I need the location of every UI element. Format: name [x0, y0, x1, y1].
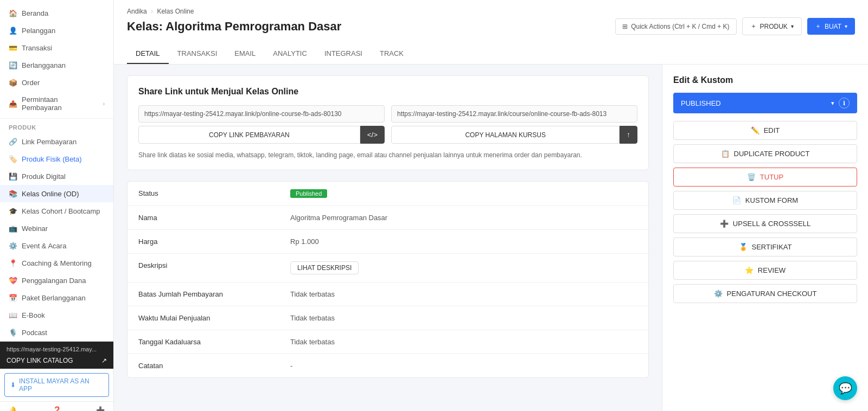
table-row: Nama Algoritma Pemrograman Dasar: [127, 206, 648, 230]
share-icon-button[interactable]: ↑: [620, 126, 637, 144]
sidebar-item-webinar[interactable]: 📺 Webinar: [0, 220, 113, 237]
tab-track[interactable]: TRACK: [371, 44, 412, 64]
help-icon[interactable]: ❓: [53, 406, 61, 411]
page-title: Kelas: Algoritma Pemrograman Dasar: [127, 20, 341, 34]
copy-halaman-kursus-button[interactable]: COPY HALAMAN KURSUS: [391, 126, 620, 144]
quick-actions-button[interactable]: ⊞ Quick Actions (Ctrl + K / Cmd + K): [615, 18, 736, 35]
tutup-button[interactable]: 🗑️ TUTUP: [673, 168, 857, 187]
edit-button[interactable]: ✏️ EDIT: [673, 121, 857, 140]
add-icon[interactable]: ➕: [96, 406, 105, 411]
plus-icon: ＋: [750, 22, 757, 31]
plus-circle-icon: ➕: [720, 220, 729, 228]
sidebar-item-order[interactable]: 📦 Order: [0, 74, 113, 91]
event-icon: ⚙️: [9, 241, 17, 250]
kustom-form-button[interactable]: 📄 KUSTOM FORM: [673, 191, 857, 210]
grid-icon: ⊞: [622, 23, 628, 30]
page-header: Andika › Kelas Online Kelas: Algoritma P…: [114, 0, 868, 65]
copy-link-pembayaran-button[interactable]: COPY LINK PEMBAYARAN: [138, 126, 360, 144]
link-row: https://mayar-testing-25412.mayar.link/p…: [138, 105, 637, 144]
published-bar[interactable]: PUBLISHED ▾ ℹ: [673, 93, 857, 113]
info-icon: ℹ: [839, 98, 850, 108]
tab-transaksi[interactable]: TRANSAKSI: [169, 44, 226, 64]
sidebar: 🏠 Beranda 👤 Pelanggan 💳 Transaksi 🔄 Berl…: [0, 0, 114, 411]
pengaturan-checkout-button[interactable]: ⚙️ PENGATURAN CHECKOUT: [673, 284, 857, 303]
install-app-button[interactable]: ⬇ INSTALL MAYAR AS AN APP: [4, 373, 109, 397]
subscription-icon: 🔄: [9, 61, 17, 69]
status-badge: Published: [290, 189, 327, 198]
duplicate-product-button[interactable]: 📋 DUPLICATE PRODUCT: [673, 144, 857, 163]
review-button[interactable]: ⭐ REVIEW: [673, 261, 857, 280]
digital-icon: 💾: [9, 172, 17, 181]
row-value-status: Published: [279, 182, 648, 206]
chat-bubble[interactable]: 💬: [833, 376, 857, 400]
table-row: Catatan -: [127, 354, 648, 377]
sidebar-item-pelanggan[interactable]: 👤 Pelanggan: [0, 22, 113, 39]
row-label-batas: Batas Jumlah Pembayaran: [127, 282, 279, 306]
sidebar-item-beranda[interactable]: 🏠 Beranda: [0, 4, 113, 22]
package-icon: 📅: [9, 293, 17, 302]
table-row: Harga Rp 1.000: [127, 230, 648, 254]
detail-table: Status Published Nama Algoritma Pemrogra…: [127, 181, 649, 378]
upsell-crosssell-button[interactable]: ➕ UPSELL & CROSSSELL: [673, 214, 857, 233]
user-icon: 👤: [9, 26, 17, 35]
produk-button[interactable]: ＋ PRODUK ▾: [742, 17, 802, 35]
copy-btn-row-1: COPY LINK PEMBAYARAN </>: [138, 126, 385, 144]
sidebar-item-transaksi[interactable]: 💳 Transaksi: [0, 39, 113, 56]
coaching-icon: 📍: [9, 259, 17, 267]
podcast-icon: 🎙️: [9, 328, 17, 337]
table-row: Batas Jumlah Pembayaran Tidak terbatas: [127, 282, 648, 306]
copy-link-catalog-button[interactable]: COPY LINK CATALOG ↗: [0, 357, 113, 369]
sidebar-item-produk-digital[interactable]: 💾 Produk Digital: [0, 168, 113, 185]
sidebar-item-ebook[interactable]: 📖 E-Book: [0, 306, 113, 324]
row-label-harga: Harga: [127, 230, 279, 253]
breadcrumb: Andika › Kelas Online: [127, 8, 855, 15]
bell-icon[interactable]: 🔔: [9, 406, 17, 411]
row-value-nama: Algoritma Pemrograman Dasar: [279, 206, 648, 229]
table-row: Tanggal Kadaluarsa Tidak terbatas: [127, 330, 648, 354]
tag-icon: 🏷️: [9, 155, 17, 163]
table-row: Deskripsi LIHAT DESKRIPSI: [127, 254, 648, 282]
sidebar-item-link-pembayaran[interactable]: 🔗 Link Pembayaran: [0, 133, 113, 150]
buat-button[interactable]: ＋ BUAT ▾: [807, 18, 855, 35]
row-value-catatan: -: [279, 354, 648, 377]
book-icon: 📚: [9, 189, 17, 198]
course-page-url: https://mayar-testing-25412.mayar.link/c…: [391, 105, 637, 123]
sidebar-item-kelas-cohort[interactable]: 🎓 Kelas Cohort / Bootcamp: [0, 202, 113, 220]
order-icon: 📦: [9, 78, 17, 87]
tab-analytic[interactable]: ANALYTIC: [264, 44, 316, 64]
sertifikat-button[interactable]: 🏅 SERTIFIKAT: [673, 237, 857, 256]
sidebar-item-event[interactable]: ⚙️ Event & Acara: [0, 237, 113, 254]
published-label: PUBLISHED: [681, 99, 721, 107]
gear-icon: ⚙️: [714, 290, 723, 298]
tab-bar: DETAIL TRANSAKSI EMAIL ANALYTIC INTEGRAS…: [127, 44, 855, 64]
lihat-deskripsi-button[interactable]: LIHAT DESKRIPSI: [290, 261, 359, 274]
sidebar-item-permintaan[interactable]: 📤 Permintaan Pembayaran ›: [0, 91, 113, 116]
row-label-deskripsi: Deskripsi: [127, 254, 279, 282]
sidebar-item-berlangganan[interactable]: 🔄 Berlangganan: [0, 56, 113, 74]
sidebar-item-penggalangan[interactable]: 💝 Penggalangan Dana: [0, 272, 113, 289]
external-link-icon: ↗: [101, 357, 107, 364]
copy-btn-row-2: COPY HALAMAN KURSUS ↑: [391, 126, 637, 144]
row-label-catatan: Catatan: [127, 354, 279, 377]
right-sidebar: Edit & Kustom PUBLISHED ▾ ℹ ✏️ EDIT 📋 DU…: [662, 65, 868, 411]
code-icon-button[interactable]: </>: [360, 126, 385, 144]
code-icon: </>: [367, 131, 378, 139]
row-value-waktu: Tidak terbatas: [279, 306, 648, 330]
tab-integrasi[interactable]: INTEGRASI: [316, 44, 371, 64]
sidebar-item-podcast[interactable]: 🎙️ Podcast: [0, 324, 113, 341]
sidebar-item-produk-fisik[interactable]: 🏷️ Produk Fisik (Beta): [0, 150, 113, 168]
tab-email[interactable]: EMAIL: [226, 44, 264, 64]
sidebar-item-coaching[interactable]: 📍 Coaching & Mentoring: [0, 254, 113, 272]
link-group-1: https://mayar-testing-25412.mayar.link/p…: [138, 105, 385, 144]
sidebar-item-paket[interactable]: 📅 Paket Berlangganan: [0, 289, 113, 306]
sidebar-item-kelas-online[interactable]: 📚 Kelas Online (OD): [0, 185, 113, 202]
download-icon: ⬇: [10, 381, 16, 389]
payment-request-icon: 📤: [9, 99, 17, 108]
certificate-icon: 🏅: [739, 243, 748, 251]
tab-detail[interactable]: DETAIL: [127, 44, 169, 64]
right-sidebar-title: Edit & Kustom: [673, 75, 857, 85]
chevron-down-icon: ▾: [831, 100, 834, 107]
share-note: Share link diatas ke sosial media, whats…: [138, 151, 637, 159]
chat-icon: 💬: [839, 382, 852, 395]
row-value-harga: Rp 1.000: [279, 230, 648, 253]
